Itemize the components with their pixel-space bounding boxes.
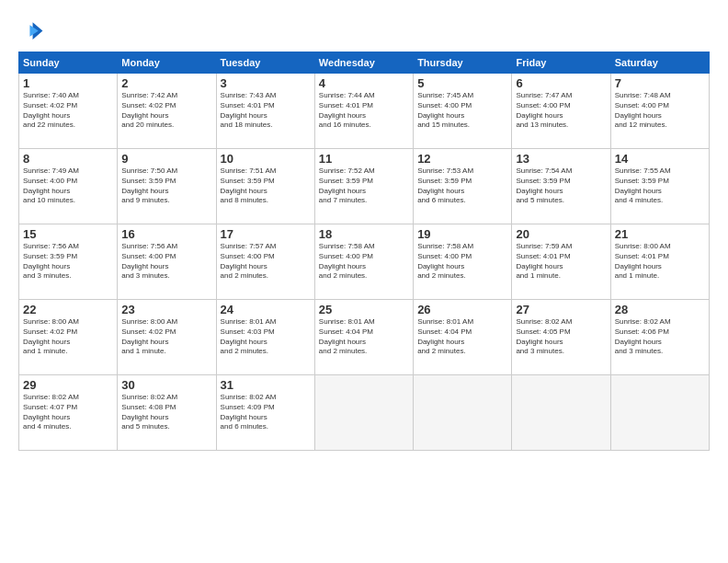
empty-cell (314, 375, 413, 451)
day-info: Sunrise: 7:50 AMSunset: 3:59 PMDaylight … (121, 167, 211, 206)
day-cell: 2 Sunrise: 7:42 AMSunset: 4:02 PMDayligh… (118, 74, 216, 149)
day-number: 12 (417, 152, 507, 166)
day-cell: 20 Sunrise: 7:59 AMSunset: 4:01 PMDaylig… (512, 224, 610, 300)
day-info: Sunrise: 7:43 AMSunset: 4:01 PMDaylight … (221, 91, 311, 131)
col-header-friday: Friday (512, 52, 610, 74)
day-number: 25 (319, 303, 409, 316)
day-cell: 1 Sunrise: 7:40 AMSunset: 4:02 PMDayligh… (19, 74, 118, 149)
day-cell: 3 Sunrise: 7:43 AMSunset: 4:01 PMDayligh… (216, 74, 314, 149)
col-header-wednesday: Wednesday (314, 52, 413, 74)
week-row: 29 Sunrise: 8:02 AMSunset: 4:07 PMDaylig… (19, 375, 710, 451)
day-number: 4 (319, 76, 409, 90)
day-cell: 21 Sunrise: 8:00 AMSunset: 4:01 PMDaylig… (610, 224, 709, 300)
day-info: Sunrise: 8:02 AMSunset: 4:07 PMDaylight … (23, 393, 113, 432)
day-number: 17 (221, 227, 311, 241)
day-cell: 26 Sunrise: 8:01 AMSunset: 4:04 PMDaylig… (414, 300, 512, 375)
day-info: Sunrise: 8:00 AMSunset: 4:02 PMDaylight … (23, 317, 113, 357)
day-number: 24 (221, 303, 311, 316)
day-info: Sunrise: 8:01 AMSunset: 4:04 PMDaylight … (319, 317, 409, 357)
day-cell: 13 Sunrise: 7:54 AMSunset: 3:59 PMDaylig… (512, 149, 610, 224)
col-header-sunday: Sunday (19, 52, 118, 74)
header-row: SundayMondayTuesdayWednesdayThursdayFrid… (19, 52, 710, 74)
week-row: 8 Sunrise: 7:49 AMSunset: 4:00 PMDayligh… (19, 149, 710, 224)
col-header-saturday: Saturday (610, 52, 709, 74)
day-cell: 30 Sunrise: 8:02 AMSunset: 4:08 PMDaylig… (118, 375, 216, 451)
day-number: 23 (121, 303, 211, 316)
day-number: 11 (319, 152, 409, 166)
day-cell: 12 Sunrise: 7:53 AMSunset: 3:59 PMDaylig… (414, 149, 512, 224)
day-number: 6 (516, 76, 606, 90)
day-info: Sunrise: 7:42 AMSunset: 4:02 PMDaylight … (121, 91, 211, 131)
day-info: Sunrise: 7:56 AMSunset: 4:00 PMDaylight … (121, 242, 211, 282)
day-info: Sunrise: 7:57 AMSunset: 4:00 PMDaylight … (221, 242, 311, 282)
day-cell: 7 Sunrise: 7:48 AMSunset: 4:00 PMDayligh… (610, 74, 709, 149)
day-number: 10 (221, 152, 311, 166)
day-cell: 17 Sunrise: 7:57 AMSunset: 4:00 PMDaylig… (216, 224, 314, 300)
col-header-tuesday: Tuesday (216, 52, 314, 74)
day-info: Sunrise: 7:44 AMSunset: 4:01 PMDaylight … (319, 91, 409, 131)
day-info: Sunrise: 8:00 AMSunset: 4:01 PMDaylight … (615, 242, 705, 282)
day-number: 13 (516, 152, 606, 166)
day-number: 14 (615, 152, 705, 166)
day-number: 8 (23, 152, 113, 166)
day-info: Sunrise: 7:40 AMSunset: 4:02 PMDaylight … (23, 91, 113, 131)
day-cell: 4 Sunrise: 7:44 AMSunset: 4:01 PMDayligh… (314, 74, 413, 149)
calendar: SundayMondayTuesdayWednesdayThursdayFrid… (18, 52, 710, 451)
col-header-monday: Monday (118, 52, 216, 74)
day-cell: 31 Sunrise: 8:02 AMSunset: 4:09 PMDaylig… (216, 375, 314, 451)
day-number: 3 (221, 76, 311, 90)
day-cell: 24 Sunrise: 8:01 AMSunset: 4:03 PMDaylig… (216, 300, 314, 375)
day-info: Sunrise: 8:01 AMSunset: 4:03 PMDaylight … (221, 317, 311, 357)
day-cell: 23 Sunrise: 8:00 AMSunset: 4:02 PMDaylig… (118, 300, 216, 375)
day-number: 21 (615, 227, 705, 241)
day-info: Sunrise: 8:02 AMSunset: 4:05 PMDaylight … (516, 317, 606, 357)
day-number: 9 (121, 152, 211, 166)
day-cell: 8 Sunrise: 7:49 AMSunset: 4:00 PMDayligh… (19, 149, 118, 224)
day-cell: 16 Sunrise: 7:56 AMSunset: 4:00 PMDaylig… (118, 224, 216, 300)
day-info: Sunrise: 8:01 AMSunset: 4:04 PMDaylight … (417, 317, 507, 357)
day-cell: 9 Sunrise: 7:50 AMSunset: 3:59 PMDayligh… (118, 149, 216, 224)
week-row: 1 Sunrise: 7:40 AMSunset: 4:02 PMDayligh… (19, 74, 710, 149)
logo-icon (18, 17, 44, 42)
day-cell: 25 Sunrise: 8:01 AMSunset: 4:04 PMDaylig… (314, 300, 413, 375)
day-info: Sunrise: 7:45 AMSunset: 4:00 PMDaylight … (417, 91, 507, 131)
day-cell: 6 Sunrise: 7:47 AMSunset: 4:00 PMDayligh… (512, 74, 610, 149)
week-row: 15 Sunrise: 7:56 AMSunset: 3:59 PMDaylig… (19, 224, 710, 300)
day-info: Sunrise: 8:02 AMSunset: 4:08 PMDaylight … (121, 393, 211, 432)
logo (18, 17, 48, 42)
day-info: Sunrise: 7:54 AMSunset: 3:59 PMDaylight … (516, 167, 606, 206)
day-number: 30 (121, 378, 211, 392)
day-number: 18 (319, 227, 409, 241)
day-number: 1 (23, 76, 113, 90)
day-cell: 5 Sunrise: 7:45 AMSunset: 4:00 PMDayligh… (414, 74, 512, 149)
col-header-thursday: Thursday (414, 52, 512, 74)
day-number: 29 (23, 378, 113, 392)
day-info: Sunrise: 7:49 AMSunset: 4:00 PMDaylight … (23, 167, 113, 206)
day-info: Sunrise: 7:52 AMSunset: 3:59 PMDaylight … (319, 167, 409, 206)
day-info: Sunrise: 7:53 AMSunset: 3:59 PMDaylight … (417, 167, 507, 206)
day-number: 16 (121, 227, 211, 241)
day-info: Sunrise: 8:02 AMSunset: 4:06 PMDaylight … (615, 317, 705, 357)
day-cell: 22 Sunrise: 8:00 AMSunset: 4:02 PMDaylig… (19, 300, 118, 375)
day-number: 22 (23, 303, 113, 316)
day-number: 2 (121, 76, 211, 90)
day-number: 26 (417, 303, 507, 316)
day-cell: 29 Sunrise: 8:02 AMSunset: 4:07 PMDaylig… (19, 375, 118, 451)
day-number: 28 (615, 303, 705, 316)
empty-cell (610, 375, 709, 451)
header (18, 17, 710, 42)
day-info: Sunrise: 7:59 AMSunset: 4:01 PMDaylight … (516, 242, 606, 282)
day-cell: 19 Sunrise: 7:58 AMSunset: 4:00 PMDaylig… (414, 224, 512, 300)
day-info: Sunrise: 7:58 AMSunset: 4:00 PMDaylight … (417, 242, 507, 282)
page: SundayMondayTuesdayWednesdayThursdayFrid… (0, 0, 728, 563)
day-info: Sunrise: 7:48 AMSunset: 4:00 PMDaylight … (615, 91, 705, 131)
day-info: Sunrise: 7:58 AMSunset: 4:00 PMDaylight … (319, 242, 409, 282)
day-number: 31 (221, 378, 311, 392)
day-cell: 14 Sunrise: 7:55 AMSunset: 3:59 PMDaylig… (610, 149, 709, 224)
day-cell: 15 Sunrise: 7:56 AMSunset: 3:59 PMDaylig… (19, 224, 118, 300)
day-number: 19 (417, 227, 507, 241)
day-cell: 28 Sunrise: 8:02 AMSunset: 4:06 PMDaylig… (610, 300, 709, 375)
day-number: 20 (516, 227, 606, 241)
day-number: 15 (23, 227, 113, 241)
day-info: Sunrise: 8:02 AMSunset: 4:09 PMDaylight … (221, 393, 311, 432)
